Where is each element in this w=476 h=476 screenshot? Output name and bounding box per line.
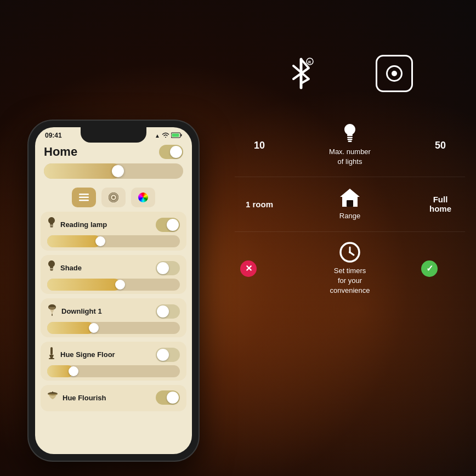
- light-item: Shade: [41, 255, 186, 294]
- svg-rect-16: [49, 358, 54, 359]
- bulb-comparison-icon: [342, 124, 358, 144]
- svg-text:R: R: [308, 60, 311, 64]
- floor-lamp-icon: [47, 347, 56, 362]
- light-slider-thumb: [115, 280, 125, 290]
- bluetooth-item: R: [287, 55, 315, 92]
- light-slider[interactable]: [47, 279, 180, 291]
- app-title: Home: [44, 145, 77, 159]
- light-name: Hue Flourish: [63, 394, 106, 402]
- svg-point-6: [112, 196, 115, 199]
- light-item-left: Shade: [47, 260, 82, 275]
- timers-left-val: ✕: [240, 260, 279, 277]
- light-item-top: Hue Flourish: [47, 390, 180, 405]
- light-item-top: Hue Signe Floor: [47, 347, 180, 362]
- check-icon: ✓: [421, 260, 438, 277]
- light-name: Reading lamp: [60, 220, 107, 229]
- comparison-section: R 10 Max. numberof lights 50: [235, 44, 465, 305]
- svg-rect-24: [347, 200, 353, 207]
- light-slider-thumb: [95, 236, 105, 246]
- range-left-val: 1 room: [240, 200, 279, 209]
- status-time: 09:41: [45, 132, 62, 139]
- light-toggle[interactable]: [156, 261, 180, 275]
- svg-rect-11: [50, 269, 53, 270]
- light-list: Reading lamp: [35, 212, 192, 411]
- app-header: Home: [35, 141, 192, 163]
- svg-rect-2: [172, 133, 179, 137]
- svg-rect-12: [50, 270, 53, 271]
- svg-rect-21: [347, 137, 353, 139]
- svg-rect-4: [79, 197, 89, 199]
- svg-point-28: [349, 251, 351, 253]
- range-right-val: Full home: [421, 195, 460, 213]
- home-brightness-thumb: [112, 165, 124, 177]
- light-item-top: Downlight 1: [47, 304, 180, 319]
- bridge-dot: [392, 71, 397, 76]
- home-brightness-track[interactable]: [44, 163, 183, 179]
- light-toggle[interactable]: [156, 390, 180, 405]
- phone-screen: 09:41 ▲: [35, 127, 192, 454]
- bulb-icon: [47, 217, 56, 232]
- bulb-icon: [47, 260, 56, 275]
- lights-center: Max. numberof lights: [279, 124, 421, 167]
- lights-right-val: 50: [421, 140, 460, 151]
- home-toggle[interactable]: [159, 145, 183, 159]
- light-toggle[interactable]: [156, 218, 180, 232]
- light-slider[interactable]: [47, 322, 180, 334]
- light-slider[interactable]: [47, 235, 180, 247]
- light-name: Downlight 1: [61, 307, 102, 315]
- light-toggle[interactable]: [156, 304, 180, 319]
- downlight-icon: [47, 304, 57, 319]
- light-slider-fill: [47, 279, 120, 291]
- light-item-top: Shade: [47, 260, 180, 275]
- light-item: Reading lamp: [41, 212, 186, 251]
- light-item-left: Downlight 1: [47, 304, 102, 319]
- home-brightness-fill: [44, 163, 121, 179]
- status-icons: ▲: [155, 132, 182, 139]
- light-item-left: Hue Signe Floor: [47, 347, 115, 362]
- light-name: Hue Signe Floor: [60, 350, 115, 359]
- svg-rect-22: [348, 139, 353, 140]
- comparison-row-timers: ✕ Set timersfor yourconvenience ✓: [235, 232, 465, 306]
- light-item-top: Reading lamp: [47, 217, 180, 232]
- svg-rect-1: [181, 134, 182, 136]
- svg-rect-5: [79, 200, 89, 201]
- light-slider-thumb: [89, 323, 99, 333]
- timers-center: Set timersfor yourconvenience: [279, 242, 421, 296]
- svg-rect-15: [50, 347, 53, 355]
- bridge-item: [376, 55, 413, 92]
- light-item: Hue Signe Floor: [41, 342, 186, 381]
- lights-label: Max. numberof lights: [329, 147, 371, 167]
- svg-rect-23: [348, 141, 352, 143]
- cross-icon: ✕: [240, 260, 257, 277]
- range-center: Range: [279, 187, 421, 221]
- bridge-icon: [376, 55, 413, 92]
- phone-mockup: 09:41 ▲: [29, 121, 199, 461]
- tab-colors[interactable]: [131, 188, 155, 207]
- clock-icon: [339, 242, 360, 263]
- light-item: Hue Flourish: [41, 385, 186, 411]
- tab-list[interactable]: [72, 188, 96, 207]
- bridge-circle-icon: [386, 65, 403, 82]
- ceiling-lamp-icon: [47, 392, 58, 404]
- svg-rect-10: [50, 226, 53, 228]
- battery-icon: [171, 132, 182, 139]
- timers-right-val: ✓: [421, 260, 460, 277]
- phone-notch: [81, 127, 146, 143]
- light-toggle[interactable]: [156, 348, 180, 362]
- light-slider[interactable]: [47, 365, 180, 377]
- comparison-row-range: 1 room Range Full home: [235, 177, 465, 231]
- signal-icon: ▲: [155, 133, 160, 139]
- timers-label: Set timersfor yourconvenience: [330, 266, 370, 296]
- svg-rect-3: [79, 194, 89, 195]
- light-name: Shade: [60, 264, 82, 272]
- wifi-icon: [162, 132, 169, 139]
- light-item-left: Reading lamp: [47, 217, 107, 232]
- tab-bar: [35, 184, 192, 212]
- house-icon: [339, 187, 361, 208]
- light-slider-fill: [47, 235, 100, 247]
- range-label: Range: [339, 211, 360, 221]
- lights-left-val: 10: [240, 140, 279, 151]
- svg-rect-9: [50, 225, 53, 226]
- tab-settings[interactable]: [101, 188, 126, 207]
- home-brightness-slider-row: [35, 163, 192, 184]
